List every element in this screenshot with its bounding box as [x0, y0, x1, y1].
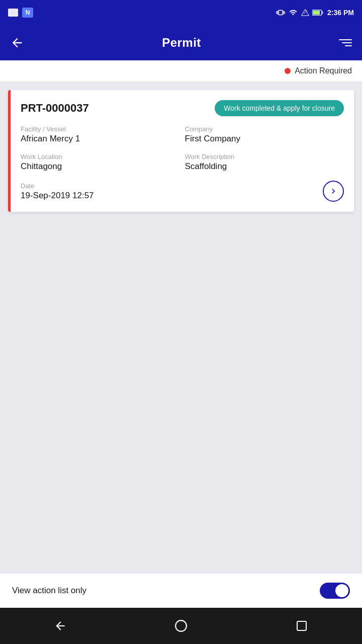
nav-recent-button[interactable] [290, 614, 314, 638]
svg-point-4 [175, 620, 187, 631]
page-title: Permit [162, 36, 201, 50]
filter-line-2 [342, 42, 352, 43]
card-fields: Facility / Vessel African Mercy 1 Compan… [21, 125, 344, 172]
action-dot [285, 68, 291, 74]
toggle-thumb [335, 584, 348, 597]
work-desc-field: Work Description Scaffolding [185, 153, 344, 172]
filter-button[interactable] [339, 39, 352, 46]
work-desc-value: Scaffolding [185, 162, 344, 172]
permit-id: PRT-0000037 [21, 102, 89, 115]
permit-card[interactable]: PRT-0000037 Work completed & apply for c… [8, 90, 354, 212]
status-bar-left: N [8, 8, 33, 18]
svg-rect-2 [322, 11, 323, 14]
work-location-field: Work Location Chittagong [21, 153, 180, 172]
facility-field: Facility / Vessel African Mercy 1 [21, 125, 180, 144]
work-desc-label: Work Description [185, 153, 344, 160]
date-label: Date [21, 182, 94, 190]
facility-value: African Mercy 1 [21, 134, 180, 144]
nav-bar [0, 608, 362, 644]
action-required-bar: Action Required [0, 60, 362, 82]
company-value: First Company [185, 134, 344, 144]
status-badge: Work completed & apply for closure [215, 100, 344, 116]
toggle-track[interactable] [320, 583, 350, 599]
card-header: PRT-0000037 Work completed & apply for c… [21, 100, 344, 116]
svg-text:⚡: ⚡ [315, 11, 319, 15]
company-label: Company [185, 125, 344, 133]
facility-label: Facility / Vessel [21, 125, 180, 133]
company-field: Company First Company [185, 125, 344, 144]
photo-icon [8, 9, 18, 17]
work-location-value: Chittagong [21, 162, 180, 172]
filter-line-3 [345, 45, 352, 46]
date-field: Date 19-Sep-2019 12:57 [21, 182, 94, 201]
action-required-label: Action Required [295, 66, 352, 75]
battery-icon: ⚡ [312, 9, 324, 16]
detail-button[interactable] [323, 181, 344, 202]
time-display: 2:36 PM [327, 9, 354, 17]
wifi-icon [288, 9, 298, 17]
card-footer: Date 19-Sep-2019 12:57 [21, 181, 344, 202]
action-list-toggle[interactable] [320, 583, 350, 599]
vibrate-icon [276, 8, 285, 17]
app-bar: Permit [0, 25, 362, 60]
signal-icon [301, 9, 309, 17]
notification-icon: N [22, 8, 33, 18]
svg-rect-5 [297, 621, 306, 630]
main-content: PRT-0000037 Work completed & apply for c… [0, 82, 362, 573]
bottom-bar: View action list only [0, 573, 362, 608]
nav-back-button[interactable] [48, 614, 72, 638]
nav-home-button[interactable] [169, 614, 193, 638]
back-button[interactable] [10, 36, 24, 50]
date-value: 19-Sep-2019 12:57 [21, 191, 94, 201]
work-location-label: Work Location [21, 153, 180, 160]
filter-line-1 [339, 39, 352, 40]
status-bar-right: ⚡ 2:36 PM [276, 8, 354, 17]
bottom-bar-label: View action list only [12, 586, 86, 596]
status-bar: N ⚡ 2:36 PM [0, 0, 362, 25]
